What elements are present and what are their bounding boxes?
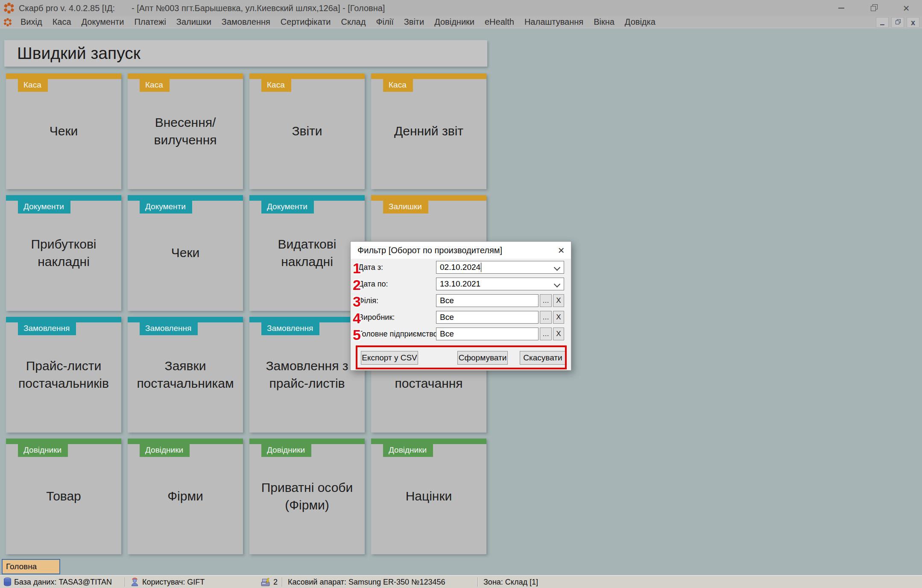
tile-category-bar bbox=[128, 195, 243, 201]
tile-category-badge: Каса bbox=[18, 79, 48, 92]
tile-category-bar bbox=[128, 73, 243, 79]
tile-zamovlennia-z-price-lystiv[interactable]: Замовлення з прайс-листів Замовлення bbox=[249, 317, 365, 433]
app-logo-icon bbox=[3, 3, 15, 14]
menu-zamovlennia[interactable]: Замовлення bbox=[217, 16, 275, 28]
restore-icon bbox=[871, 5, 877, 12]
cash-register-icon bbox=[261, 576, 270, 588]
cash-register-status: Касовий апарат: Samsung ER-350 №123456 bbox=[288, 576, 445, 588]
manufacturer-browse-button[interactable]: … bbox=[540, 311, 552, 324]
user-status: Користувач: GIFT bbox=[142, 576, 205, 588]
dialog-title-bar: Фильтр [Оборот по производителям] × bbox=[351, 242, 571, 259]
tile-category-bar bbox=[249, 73, 365, 79]
terminal-count: 2 bbox=[273, 576, 278, 588]
tile-vnesennia-vyluchennia[interactable]: Внесення/вилучення Каса bbox=[128, 73, 243, 189]
menu-sertyfikaty[interactable]: Сертифікати bbox=[275, 16, 336, 28]
mdi-minimize-button[interactable] bbox=[876, 17, 889, 28]
field-row-head-enterprise: 5 Головне підприємство: Все … X bbox=[358, 328, 564, 340]
tile-category-badge: Каса bbox=[140, 79, 170, 92]
tile-category-badge: Каса bbox=[261, 79, 291, 92]
menu-sklad[interactable]: Склад bbox=[336, 16, 371, 28]
tile-category-badge: Документи bbox=[18, 201, 70, 214]
minimize-button[interactable] bbox=[837, 3, 846, 13]
tile-category-bar bbox=[6, 73, 121, 79]
tile-category-bar bbox=[6, 195, 121, 201]
head-enterprise-browse-button[interactable]: … bbox=[540, 328, 552, 340]
tile-dennyi-zvit[interactable]: Денний звіт Каса bbox=[371, 73, 486, 189]
head-enterprise-clear-button[interactable]: X bbox=[553, 328, 564, 340]
mdi-child-icon bbox=[3, 18, 12, 26]
menu-vykhid[interactable]: Вихід bbox=[15, 16, 47, 28]
tile-category-bar bbox=[371, 73, 486, 79]
window-controls: × bbox=[837, 0, 911, 16]
tile-category-bar bbox=[371, 195, 486, 201]
tile-natsinky[interactable]: Націнки Довідники bbox=[371, 439, 486, 554]
tile-category-badge: Замовлення bbox=[261, 322, 319, 335]
tile-zaiavky-postachalnykam[interactable]: Заявки постачальникам Замовлення bbox=[128, 317, 243, 433]
tile-prybutkovi-nakladni[interactable]: Прибуткові накладні Документи bbox=[6, 195, 121, 311]
head-enterprise-field[interactable]: Все bbox=[436, 328, 539, 340]
branch-value: Все bbox=[440, 296, 454, 305]
tile-pryvatni-osoby-firmy[interactable]: Приватні особи (Фірми) Довідники bbox=[249, 439, 365, 554]
branch-field[interactable]: Все bbox=[436, 294, 539, 307]
close-button[interactable]: × bbox=[902, 3, 911, 13]
dialog-close-icon[interactable]: × bbox=[551, 242, 571, 259]
tile-category-badge: Довідники bbox=[261, 444, 311, 457]
menu-platezhi[interactable]: Платежі bbox=[129, 16, 171, 28]
tile-firmy[interactable]: Фірми Довідники bbox=[128, 439, 243, 554]
tile-category-bar bbox=[128, 439, 243, 444]
mdi-minimize-icon bbox=[880, 24, 884, 25]
date-to-value: 13.10.2021 bbox=[440, 279, 480, 289]
manufacturer-clear-button[interactable]: X bbox=[553, 311, 564, 324]
menu-dovidka[interactable]: Довідка bbox=[620, 16, 661, 28]
head-enterprise-label: Головне підприємство: bbox=[358, 328, 440, 340]
field-row-branch: 3 Філія: Все … X bbox=[358, 294, 564, 307]
menu-ehealth[interactable]: eHealth bbox=[480, 16, 519, 28]
menu-dokumenty[interactable]: Документи bbox=[76, 16, 129, 28]
branch-clear-button[interactable]: X bbox=[553, 294, 564, 307]
dialog-title: Фильтр [Оборот по производителям] bbox=[351, 246, 502, 255]
statusbar-separator bbox=[282, 577, 282, 587]
mdi-window-controls: x bbox=[876, 17, 919, 28]
filter-dialog: Фильтр [Оборот по производителям] × 1 Да… bbox=[350, 241, 571, 371]
annotation-number-1: 1 bbox=[353, 260, 366, 277]
menu-zvity[interactable]: Звіти bbox=[399, 16, 429, 28]
tab-holovna[interactable]: Головна bbox=[2, 559, 60, 574]
menu-vikna[interactable]: Вікна bbox=[588, 16, 620, 28]
tile-category-bar bbox=[6, 439, 121, 444]
database-icon bbox=[3, 576, 12, 588]
zone-status: Зона: Склад [1] bbox=[483, 576, 538, 588]
head-enterprise-value: Все bbox=[440, 329, 454, 339]
date-to-combobox[interactable]: 13.10.2021 bbox=[436, 278, 564, 290]
mdi-restore-button[interactable] bbox=[891, 17, 904, 28]
window-title: Скарб pro v. 4.0.2.85 [ІД: - [Апт №003 п… bbox=[19, 3, 385, 13]
quick-launch-title: Швидкий запуск bbox=[4, 40, 487, 67]
menu-filii[interactable]: Філії bbox=[371, 16, 398, 28]
tile-category-badge: Замовлення bbox=[140, 322, 198, 335]
tile-category-badge: Замовлення bbox=[18, 322, 76, 335]
tile-category-bar bbox=[249, 317, 365, 322]
title-bar: Скарб pro v. 4.0.2.85 [ІД: - [Апт №003 п… bbox=[0, 0, 922, 16]
tile-price-lysty-postachalnykiv[interactable]: Прайс-листи постачальників Замовлення bbox=[6, 317, 121, 433]
tile-vydatkovi-nakladni[interactable]: Видаткові накладні Документи bbox=[249, 195, 365, 311]
statusbar-separator bbox=[477, 577, 478, 587]
branch-browse-button[interactable]: … bbox=[540, 294, 552, 307]
menu-zalyshky[interactable]: Залишки bbox=[171, 16, 217, 28]
date-from-combobox[interactable]: 02.10.2024 bbox=[436, 261, 564, 274]
tile-category-bar bbox=[6, 317, 121, 322]
mdi-close-button[interactable]: x bbox=[907, 17, 919, 28]
annotation-number-3: 3 bbox=[353, 293, 366, 310]
menu-kasa[interactable]: Каса bbox=[47, 16, 76, 28]
tile-category-badge: Довідники bbox=[140, 444, 190, 457]
field-row-date-to: 2 Дата по: 13.10.2021 bbox=[358, 278, 564, 290]
field-row-date-from: 1 Дата з: 02.10.2024 bbox=[358, 261, 564, 274]
manufacturer-field[interactable]: Все bbox=[436, 311, 539, 324]
annotation-highlight-rect bbox=[356, 345, 567, 369]
tile-zvity-kasa[interactable]: Звіти Каса bbox=[249, 73, 365, 189]
restore-button[interactable] bbox=[869, 3, 878, 13]
tile-category-badge: Каса bbox=[383, 79, 413, 92]
menu-nalashtuvannia[interactable]: Налаштування bbox=[519, 16, 588, 28]
tile-cheky-kasa[interactable]: Чеки Каса bbox=[6, 73, 121, 189]
tile-tovar[interactable]: Товар Довідники bbox=[6, 439, 121, 554]
tile-cheky-dokumenty[interactable]: Чеки Документи bbox=[128, 195, 243, 311]
menu-dovidnyky[interactable]: Довідники bbox=[429, 16, 480, 28]
